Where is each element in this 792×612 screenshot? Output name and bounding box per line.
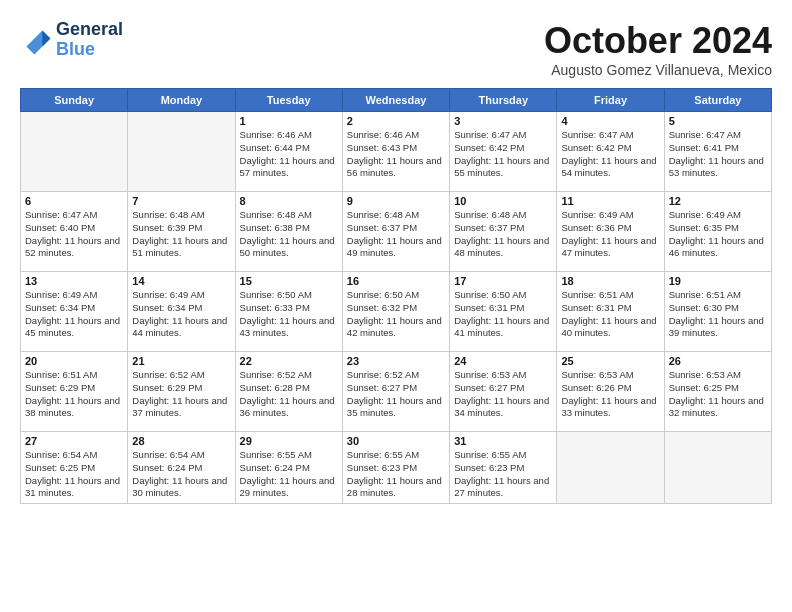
calendar-body: 1Sunrise: 6:46 AM Sunset: 6:44 PM Daylig… <box>21 112 772 504</box>
title-block: October 2024 Augusto Gomez Villanueva, M… <box>544 20 772 78</box>
day-number: 14 <box>132 275 230 287</box>
day-number: 15 <box>240 275 338 287</box>
calendar-cell: 5Sunrise: 6:47 AM Sunset: 6:41 PM Daylig… <box>664 112 771 192</box>
day-header-thursday: Thursday <box>450 89 557 112</box>
calendar-cell: 26Sunrise: 6:53 AM Sunset: 6:25 PM Dayli… <box>664 352 771 432</box>
calendar-week-1: 1Sunrise: 6:46 AM Sunset: 6:44 PM Daylig… <box>21 112 772 192</box>
cell-info: Sunrise: 6:49 AM Sunset: 6:35 PM Dayligh… <box>669 209 767 260</box>
day-number: 12 <box>669 195 767 207</box>
cell-info: Sunrise: 6:50 AM Sunset: 6:31 PM Dayligh… <box>454 289 552 340</box>
calendar-cell: 20Sunrise: 6:51 AM Sunset: 6:29 PM Dayli… <box>21 352 128 432</box>
day-number: 30 <box>347 435 445 447</box>
day-number: 24 <box>454 355 552 367</box>
cell-info: Sunrise: 6:52 AM Sunset: 6:28 PM Dayligh… <box>240 369 338 420</box>
logo-line2: Blue <box>56 40 123 60</box>
day-number: 17 <box>454 275 552 287</box>
day-header-friday: Friday <box>557 89 664 112</box>
cell-info: Sunrise: 6:47 AM Sunset: 6:42 PM Dayligh… <box>561 129 659 180</box>
cell-info: Sunrise: 6:48 AM Sunset: 6:39 PM Dayligh… <box>132 209 230 260</box>
cell-info: Sunrise: 6:49 AM Sunset: 6:36 PM Dayligh… <box>561 209 659 260</box>
calendar-week-5: 27Sunrise: 6:54 AM Sunset: 6:25 PM Dayli… <box>21 432 772 504</box>
cell-info: Sunrise: 6:50 AM Sunset: 6:32 PM Dayligh… <box>347 289 445 340</box>
calendar-cell: 13Sunrise: 6:49 AM Sunset: 6:34 PM Dayli… <box>21 272 128 352</box>
calendar-cell: 22Sunrise: 6:52 AM Sunset: 6:28 PM Dayli… <box>235 352 342 432</box>
calendar-cell: 6Sunrise: 6:47 AM Sunset: 6:40 PM Daylig… <box>21 192 128 272</box>
day-number: 9 <box>347 195 445 207</box>
calendar-cell <box>664 432 771 504</box>
cell-info: Sunrise: 6:47 AM Sunset: 6:41 PM Dayligh… <box>669 129 767 180</box>
day-number: 20 <box>25 355 123 367</box>
calendar-cell: 27Sunrise: 6:54 AM Sunset: 6:25 PM Dayli… <box>21 432 128 504</box>
cell-info: Sunrise: 6:48 AM Sunset: 6:38 PM Dayligh… <box>240 209 338 260</box>
calendar-cell: 12Sunrise: 6:49 AM Sunset: 6:35 PM Dayli… <box>664 192 771 272</box>
calendar-week-3: 13Sunrise: 6:49 AM Sunset: 6:34 PM Dayli… <box>21 272 772 352</box>
month-title: October 2024 <box>544 20 772 62</box>
cell-info: Sunrise: 6:51 AM Sunset: 6:30 PM Dayligh… <box>669 289 767 340</box>
calendar-cell: 16Sunrise: 6:50 AM Sunset: 6:32 PM Dayli… <box>342 272 449 352</box>
cell-info: Sunrise: 6:52 AM Sunset: 6:29 PM Dayligh… <box>132 369 230 420</box>
day-number: 25 <box>561 355 659 367</box>
calendar-cell: 17Sunrise: 6:50 AM Sunset: 6:31 PM Dayli… <box>450 272 557 352</box>
calendar-cell: 29Sunrise: 6:55 AM Sunset: 6:24 PM Dayli… <box>235 432 342 504</box>
calendar-cell: 25Sunrise: 6:53 AM Sunset: 6:26 PM Dayli… <box>557 352 664 432</box>
day-number: 2 <box>347 115 445 127</box>
day-number: 16 <box>347 275 445 287</box>
day-number: 29 <box>240 435 338 447</box>
day-number: 6 <box>25 195 123 207</box>
day-number: 23 <box>347 355 445 367</box>
calendar-cell <box>128 112 235 192</box>
calendar-cell: 15Sunrise: 6:50 AM Sunset: 6:33 PM Dayli… <box>235 272 342 352</box>
logo-icon <box>20 24 52 56</box>
day-number: 22 <box>240 355 338 367</box>
cell-info: Sunrise: 6:50 AM Sunset: 6:33 PM Dayligh… <box>240 289 338 340</box>
day-header-wednesday: Wednesday <box>342 89 449 112</box>
cell-info: Sunrise: 6:47 AM Sunset: 6:42 PM Dayligh… <box>454 129 552 180</box>
day-number: 8 <box>240 195 338 207</box>
cell-info: Sunrise: 6:47 AM Sunset: 6:40 PM Dayligh… <box>25 209 123 260</box>
day-number: 3 <box>454 115 552 127</box>
day-number: 31 <box>454 435 552 447</box>
cell-info: Sunrise: 6:46 AM Sunset: 6:43 PM Dayligh… <box>347 129 445 180</box>
calendar-cell: 9Sunrise: 6:48 AM Sunset: 6:37 PM Daylig… <box>342 192 449 272</box>
calendar-cell: 7Sunrise: 6:48 AM Sunset: 6:39 PM Daylig… <box>128 192 235 272</box>
cell-info: Sunrise: 6:54 AM Sunset: 6:25 PM Dayligh… <box>25 449 123 500</box>
day-header-sunday: Sunday <box>21 89 128 112</box>
cell-info: Sunrise: 6:53 AM Sunset: 6:26 PM Dayligh… <box>561 369 659 420</box>
calendar-cell: 18Sunrise: 6:51 AM Sunset: 6:31 PM Dayli… <box>557 272 664 352</box>
cell-info: Sunrise: 6:52 AM Sunset: 6:27 PM Dayligh… <box>347 369 445 420</box>
calendar-cell: 4Sunrise: 6:47 AM Sunset: 6:42 PM Daylig… <box>557 112 664 192</box>
calendar-cell: 23Sunrise: 6:52 AM Sunset: 6:27 PM Dayli… <box>342 352 449 432</box>
calendar-cell: 30Sunrise: 6:55 AM Sunset: 6:23 PM Dayli… <box>342 432 449 504</box>
calendar-cell: 14Sunrise: 6:49 AM Sunset: 6:34 PM Dayli… <box>128 272 235 352</box>
day-number: 11 <box>561 195 659 207</box>
day-number: 19 <box>669 275 767 287</box>
day-number: 4 <box>561 115 659 127</box>
calendar-week-4: 20Sunrise: 6:51 AM Sunset: 6:29 PM Dayli… <box>21 352 772 432</box>
cell-info: Sunrise: 6:55 AM Sunset: 6:23 PM Dayligh… <box>454 449 552 500</box>
cell-info: Sunrise: 6:51 AM Sunset: 6:31 PM Dayligh… <box>561 289 659 340</box>
calendar-cell: 19Sunrise: 6:51 AM Sunset: 6:30 PM Dayli… <box>664 272 771 352</box>
cell-info: Sunrise: 6:54 AM Sunset: 6:24 PM Dayligh… <box>132 449 230 500</box>
day-number: 5 <box>669 115 767 127</box>
calendar-cell: 28Sunrise: 6:54 AM Sunset: 6:24 PM Dayli… <box>128 432 235 504</box>
calendar-cell: 11Sunrise: 6:49 AM Sunset: 6:36 PM Dayli… <box>557 192 664 272</box>
svg-marker-0 <box>26 30 50 54</box>
calendar-cell: 8Sunrise: 6:48 AM Sunset: 6:38 PM Daylig… <box>235 192 342 272</box>
cell-info: Sunrise: 6:49 AM Sunset: 6:34 PM Dayligh… <box>132 289 230 340</box>
cell-info: Sunrise: 6:55 AM Sunset: 6:23 PM Dayligh… <box>347 449 445 500</box>
day-number: 26 <box>669 355 767 367</box>
svg-marker-1 <box>42 30 50 46</box>
day-number: 13 <box>25 275 123 287</box>
day-header-monday: Monday <box>128 89 235 112</box>
cell-info: Sunrise: 6:53 AM Sunset: 6:27 PM Dayligh… <box>454 369 552 420</box>
calendar-week-2: 6Sunrise: 6:47 AM Sunset: 6:40 PM Daylig… <box>21 192 772 272</box>
cell-info: Sunrise: 6:51 AM Sunset: 6:29 PM Dayligh… <box>25 369 123 420</box>
day-number: 21 <box>132 355 230 367</box>
calendar-cell: 21Sunrise: 6:52 AM Sunset: 6:29 PM Dayli… <box>128 352 235 432</box>
calendar-cell: 10Sunrise: 6:48 AM Sunset: 6:37 PM Dayli… <box>450 192 557 272</box>
calendar-cell: 24Sunrise: 6:53 AM Sunset: 6:27 PM Dayli… <box>450 352 557 432</box>
cell-info: Sunrise: 6:53 AM Sunset: 6:25 PM Dayligh… <box>669 369 767 420</box>
cell-info: Sunrise: 6:48 AM Sunset: 6:37 PM Dayligh… <box>347 209 445 260</box>
cell-info: Sunrise: 6:55 AM Sunset: 6:24 PM Dayligh… <box>240 449 338 500</box>
cell-info: Sunrise: 6:49 AM Sunset: 6:34 PM Dayligh… <box>25 289 123 340</box>
